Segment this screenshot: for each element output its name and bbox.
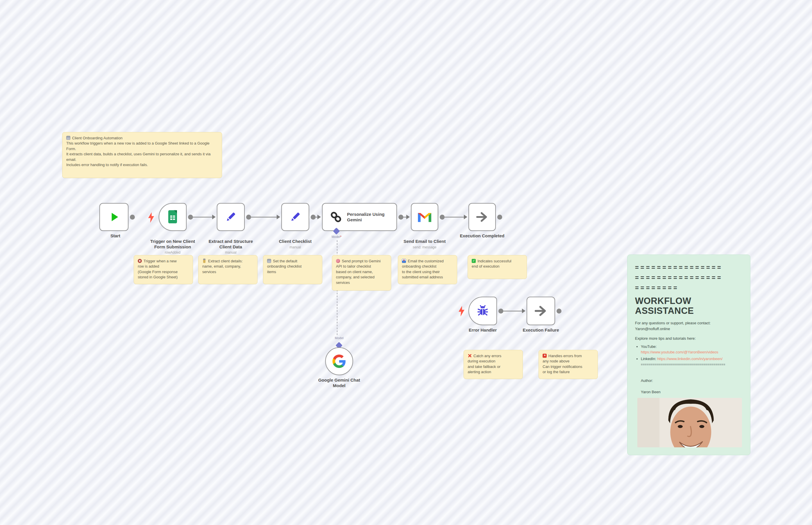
youtube-link[interactable]: https://www.youtube.com/@YaronBeen/video… — [641, 349, 743, 355]
output-port[interactable] — [311, 215, 316, 220]
output-port[interactable] — [246, 215, 251, 220]
google-g-icon — [332, 355, 346, 368]
sticky-note-trigger[interactable]: Trigger when a new row is added (Google … — [134, 255, 193, 284]
connection-arrow — [406, 215, 410, 219]
play-icon — [107, 210, 121, 224]
node-gemini-model-label: Google Gemini Chat Model — [306, 377, 373, 389]
author-label: Author: — [641, 378, 653, 383]
overview-note-body: This workflow triggers when a new row is… — [66, 141, 218, 167]
check-mark-icon — [472, 259, 476, 263]
node-execution-completed-label: Execution Completed — [449, 233, 516, 239]
linkedin-list-item: LinkedIn: https://www.linkedin.com/in/ya… — [641, 356, 743, 367]
clipboard-icon — [66, 136, 70, 140]
divider-equals: ================ — [635, 272, 743, 283]
sticky-note-handles-errors[interactable]: Handles errors from any node above Can t… — [538, 350, 598, 379]
sticky-note-checklist[interactable]: Set the default onboarding checklist ite… — [263, 255, 322, 284]
lightning-bolt-icon — [147, 212, 155, 223]
node-error-handler-label: Error Handler — [449, 328, 516, 333]
node-checklist-label: Client Checklist manual — [262, 233, 329, 255]
node-trigger-subtitle: rowAdded — [139, 251, 206, 255]
bug-icon — [476, 304, 490, 318]
author-photo — [637, 398, 742, 447]
sticky-note-email[interactable]: Email the customized onboarding checklis… — [398, 255, 457, 284]
node-personalize-label: Personalize Using Gemini — [347, 211, 385, 223]
node-checklist-subtitle: manual — [262, 245, 329, 250]
output-port[interactable] — [188, 215, 193, 220]
model-port-label: Model* — [319, 235, 354, 239]
model-port-label-bottom: Model — [322, 336, 357, 340]
output-port[interactable] — [399, 215, 403, 220]
sticky-note-gemini-prompt[interactable]: Send prompt to Gemini API to tailor chec… — [332, 255, 391, 290]
connection-endpoint[interactable] — [557, 309, 561, 314]
node-google-gemini-chat-model[interactable] — [325, 347, 353, 375]
connection-arrow — [212, 215, 216, 219]
pen-icon — [203, 258, 205, 263]
youtube-label: YouTube: — [641, 344, 657, 349]
outbox-tray-icon — [402, 259, 406, 263]
node-send-email-label: Send Email to Client send: message — [391, 233, 458, 255]
arrow-right-icon — [475, 210, 489, 224]
author-block: Author: Yaron Been — [641, 372, 743, 395]
connection-arrow — [277, 215, 280, 219]
connection-arrow — [464, 215, 467, 219]
cross-mark-icon — [468, 354, 472, 358]
sticky-note-success[interactable]: Indicates successful end of execution — [468, 255, 527, 279]
youtube-list-item: YouTube: https://www.youtube.com/@YaronB… — [641, 344, 743, 355]
google-sheets-icon — [167, 210, 178, 224]
connection-endpoint[interactable] — [497, 215, 502, 220]
overview-note-title: Client Onboarding Automation — [72, 136, 122, 140]
linkedin-link[interactable]: https://www.linkedin.com/in/yaronbeen/ — [657, 357, 722, 361]
node-personalize-gemini[interactable]: Personalize Using Gemini — [322, 203, 397, 231]
node-execution-failure-label: Execution Failure — [507, 328, 574, 333]
node-execution-completed[interactable] — [468, 203, 496, 231]
linkedin-label: LinkedIn: — [641, 357, 656, 361]
connection-line — [251, 217, 278, 217]
node-send-email[interactable] — [411, 203, 438, 231]
node-error-handler[interactable] — [468, 297, 497, 325]
gmail-icon — [418, 212, 431, 222]
divider-equals: ======== — [635, 283, 743, 293]
brain-icon — [336, 259, 340, 263]
node-start-label: Start — [82, 233, 149, 239]
arrow-right-icon — [534, 304, 548, 318]
pencil-icon — [224, 210, 237, 224]
connection-line — [193, 217, 213, 217]
clipboard-icon — [267, 259, 271, 263]
alarm-clock-icon — [138, 259, 142, 263]
assistance-explore: Explore more tips and tutorials here: — [635, 336, 743, 342]
assistance-links: YouTube: https://www.youtube.com/@YaronB… — [641, 344, 743, 367]
workflow-canvas[interactable]: Client Onboarding Automation This workfl… — [0, 0, 812, 525]
output-port[interactable] — [498, 309, 503, 314]
sticky-note-extract[interactable]: Extract client details: name, email, com… — [198, 255, 257, 284]
siren-icon — [543, 354, 547, 358]
connection-arrow — [317, 215, 321, 219]
lightning-bolt-icon — [457, 305, 466, 317]
node-trigger-new-client[interactable] — [159, 203, 187, 231]
connection-endpoint[interactable] — [130, 215, 135, 220]
node-execution-failure[interactable] — [527, 297, 555, 325]
node-extract-subtitle: manual — [197, 251, 264, 255]
connection-line — [444, 217, 465, 217]
node-start[interactable] — [99, 203, 128, 231]
node-client-checklist[interactable] — [281, 203, 309, 231]
node-extract-client-data[interactable] — [217, 203, 245, 231]
node-send-email-subtitle: send: message — [391, 245, 458, 250]
assistance-title: WORKFLOW ASSISTANCE — [635, 296, 708, 316]
sticky-note-catch-errors[interactable]: Catch any errors during execution and ta… — [464, 350, 523, 379]
chain-link-icon — [330, 211, 342, 223]
connection-line — [503, 311, 523, 312]
pencil-icon — [288, 210, 302, 224]
sticky-note-overview[interactable]: Client Onboarding Automation This workfl… — [62, 132, 222, 178]
connection-arrow — [522, 309, 526, 313]
author-name: Yaron Been — [641, 390, 660, 394]
output-port[interactable] — [440, 215, 444, 220]
workflow-assistance-note[interactable]: ================ ================ ======… — [627, 255, 750, 455]
divider-equals-small: ========================================… — [641, 362, 743, 367]
assistance-contact: For any questions or support, please con… — [635, 320, 743, 332]
divider-equals: ================ — [635, 262, 743, 272]
